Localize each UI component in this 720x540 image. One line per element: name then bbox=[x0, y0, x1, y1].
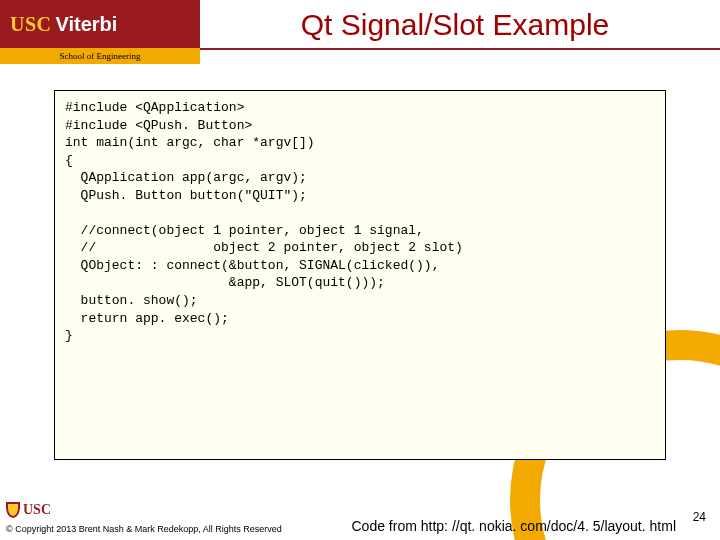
page-number: 24 bbox=[693, 510, 706, 524]
usc-shield-text: USC bbox=[23, 502, 51, 518]
copyright-text: © Copyright 2013 Brent Nash & Mark Redek… bbox=[6, 524, 282, 534]
code-box: #include <QApplication> #include <QPush.… bbox=[54, 90, 666, 460]
code-content: #include <QApplication> #include <QPush.… bbox=[65, 99, 655, 345]
usc-wordmark: USC bbox=[10, 13, 52, 36]
slide: USC Viterbi School of Engineering Qt Sig… bbox=[0, 0, 720, 540]
shield-icon bbox=[6, 502, 20, 518]
code-source-text: Code from http: //qt. nokia. com/doc/4. … bbox=[352, 518, 677, 534]
school-line: School of Engineering bbox=[0, 48, 200, 64]
usc-shield-logo: USC bbox=[6, 502, 51, 518]
header-divider bbox=[200, 48, 720, 50]
viterbi-wordmark: Viterbi bbox=[56, 13, 118, 36]
slide-title: Qt Signal/Slot Example bbox=[210, 8, 700, 42]
usc-viterbi-logo: USC Viterbi bbox=[0, 0, 200, 48]
